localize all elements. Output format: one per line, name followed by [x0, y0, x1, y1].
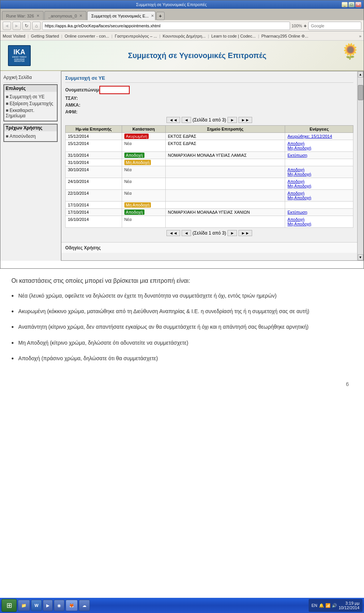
action-link[interactable]: Εκτύπωση [287, 210, 351, 214]
tab-1[interactable]: Rune War: 326 ✕ [2, 11, 44, 20]
cell-location [165, 216, 285, 228]
action-link[interactable]: Αποδοχή [287, 179, 351, 184]
zoom-plus[interactable]: + [304, 23, 307, 29]
tab-2[interactable]: _anonymous_0 ✕ [44, 11, 86, 20]
last-page-button-bottom[interactable]: ►► [238, 230, 252, 236]
search-input[interactable] [308, 22, 361, 30]
back-button[interactable]: ◄ [3, 22, 11, 30]
prev-page-button-bottom[interactable]: ◄ [182, 230, 191, 236]
bookmark-getting-started[interactable]: Getting Started [31, 34, 59, 38]
pagination-bottom: ◄◄ ◄ (Σελίδα 1 από 3) ► ►► [65, 230, 353, 236]
bookmark-pharmacy[interactable]: Pharmacy295 Online Φ... [261, 34, 308, 38]
minimize-button[interactable]: _ [342, 2, 348, 7]
cell-status: Ακυρωμένη [122, 133, 165, 140]
bullet-icon: • [11, 339, 14, 348]
table-row: 17/10/2014Μη Αποδοχή [66, 202, 353, 209]
taskbar-btn-files[interactable]: 📁 [18, 600, 30, 611]
text-intro: Οι καταστάσεις στις οποίες μπορεί να βρί… [11, 276, 353, 285]
action-link[interactable]: Μη Αποδοχή [287, 222, 351, 226]
tab-1-close[interactable]: ✕ [36, 14, 39, 18]
cell-location [165, 166, 285, 178]
action-link[interactable]: Μη Αποδοχή [287, 172, 351, 176]
sidebar-item-exairesi[interactable]: ■Εξαίρεση Συμμετοχής [6, 100, 55, 107]
cell-location: ΕΚΤΟΣ ΕΔΡΑΣ [165, 140, 285, 152]
bookmark-kountou[interactable]: Κουντουράς Δημήτρη... [163, 34, 206, 38]
action-link[interactable]: Μη Αποδοχή [287, 146, 351, 150]
bookmark-most-visited[interactable]: Most Visited [3, 34, 25, 38]
action-link[interactable]: Εκτύπωση [287, 153, 351, 158]
sidebar-icon-logout: ■ [6, 134, 8, 139]
sidebar-item-logout[interactable]: ■Αποσύνδεση [6, 133, 55, 140]
scroll-up-arrow[interactable]: ▲ [358, 71, 363, 77]
sidebar-trexon-box: Τρέχων Χρήστης ■Αποσύνδεση [3, 124, 58, 142]
tab-2-close[interactable]: ✕ [79, 14, 82, 18]
tab-1-label: Rune War: 326 [6, 14, 34, 18]
list-item: •Ακυρωμένη (κόκκινο χρώμα, ματαιώθηκε απ… [11, 307, 353, 317]
taskbar-btn-cloud[interactable]: ☁ [79, 600, 90, 611]
page-main: Συμμετοχή σε ΥΕ Ονοματεπώνυμο: ΤΣΑΥ: ΑΜΚ… [61, 71, 357, 260]
bookmark-codecademy[interactable]: Learn to code | Codec... [211, 34, 256, 38]
action-link[interactable]: Αποδοχή [287, 167, 351, 172]
next-page-button-top[interactable]: ► [228, 117, 237, 123]
next-page-button-bottom[interactable]: ► [228, 230, 237, 236]
reload-button[interactable]: ↻ [22, 22, 31, 30]
bullet-list: •Νέα (λευκό χρώμα, οφείλετε να δηλώσετε … [11, 292, 353, 364]
scroll-down-arrow[interactable]: ▼ [358, 254, 363, 260]
bookmark-converter[interactable]: Online converter - con... [64, 34, 109, 38]
maximize-button[interactable]: □ [348, 2, 355, 7]
cell-actions: Εκτύπωση [285, 209, 353, 216]
sidebar-item-ekkatharisto[interactable]: ■Εκκαθαριστ. Σημείωμα [6, 107, 55, 119]
table-row: 31/10/2014Μη Αποδοχή [66, 159, 353, 166]
cell-date: 31/10/2014 [66, 159, 122, 166]
action-link[interactable]: Μη Αποδοχή [287, 184, 351, 188]
bookmark-gastro[interactable]: Γαστρεντερολόγος – ... [115, 34, 157, 38]
main-panel: Συμμετοχή σε ΥΕ Ονοματεπώνυμο: ΤΣΑΥ: ΑΜΚ… [61, 71, 357, 242]
address-bar[interactable] [42, 22, 290, 30]
cell-status: Μη Αποδοχή [122, 159, 165, 166]
new-tab-button[interactable]: + [156, 12, 165, 20]
nav-bar: ◄ ► ↻ ⌂ 100% + [0, 20, 364, 32]
first-page-button-top[interactable]: ◄◄ [166, 117, 180, 123]
taskbar-btn-word[interactable]: W [31, 600, 42, 611]
action-link[interactable]: Αποδοχή [287, 141, 351, 146]
cell-status: Νέα [122, 140, 165, 152]
cell-status: Νέα [122, 216, 165, 228]
window-titlebar: Συμμετοχή σε Υγειονομικές Επιτροπές _ □ … [0, 0, 364, 9]
cell-actions [285, 202, 353, 209]
forward-button[interactable]: ► [13, 22, 21, 30]
scroll-thumb[interactable] [358, 85, 363, 100]
bullet-text: Νέα (λευκό χρώμα, οφείλετε να δηλώσετε α… [18, 292, 353, 301]
tab-3-close[interactable]: ✕ [151, 14, 154, 18]
tray-icons: 🔔 📶 🔊 [319, 603, 337, 608]
action-link[interactable]: Αποδοχή [287, 191, 351, 195]
action-link[interactable]: Αποδοχή [287, 217, 351, 222]
first-page-button-bottom[interactable]: ◄◄ [166, 230, 180, 236]
panel-title: Συμμετοχή σε ΥΕ [65, 75, 353, 83]
input-onomateponymo[interactable] [99, 86, 130, 94]
scrollbar[interactable]: ▲ ▼ [357, 71, 363, 260]
taskbar-btn-outlook[interactable]: ◉ [54, 600, 64, 611]
sidebar-item-home[interactable]: Αρχική Σελίδα [3, 74, 58, 81]
tray-lang: EN [312, 603, 317, 608]
tab-3[interactable]: Συμμετοχή σε Υγειονομικές Ε... ✕ [87, 11, 155, 20]
cell-location [165, 190, 285, 202]
last-page-button-top[interactable]: ►► [238, 117, 252, 123]
action-link[interactable]: Ακυρώθηκε: 15/12/2014 [287, 134, 351, 139]
bullet-icon: • [11, 323, 14, 332]
cell-actions: ΑποδοχήΜη Αποδοχή [285, 190, 353, 202]
prev-page-button-top[interactable]: ◄ [182, 117, 191, 123]
col-status: Κατάσταση [122, 126, 165, 133]
start-button[interactable]: ⊞ [2, 599, 17, 612]
table-row: 24/10/2014ΝέαΑποδοχήΜη Αποδοχή [66, 178, 353, 190]
window-title: Συμμετοχή σε Υγειονομικές Επιτροπές [3, 2, 340, 7]
tray-time: 3:19 μμ 10/12/2014 [339, 601, 359, 610]
bookmarks-more[interactable]: » [359, 34, 361, 38]
sidebar-item-symmetoxi[interactable]: ■Συμμετοχή σε ΥΕ [6, 93, 55, 100]
action-link[interactable]: Μη Αποδοχή [287, 195, 351, 200]
close-button[interactable]: ✕ [355, 2, 361, 7]
taskbar-btn-media[interactable]: ▶ [43, 600, 53, 611]
nav-right-controls: 100% + [292, 23, 307, 29]
table-row: 22/10/2014ΝέαΑποδοχήΜη Αποδοχή [66, 190, 353, 202]
taskbar-btn-firefox[interactable]: 🦊 [66, 600, 78, 611]
home-button[interactable]: ⌂ [32, 22, 41, 30]
